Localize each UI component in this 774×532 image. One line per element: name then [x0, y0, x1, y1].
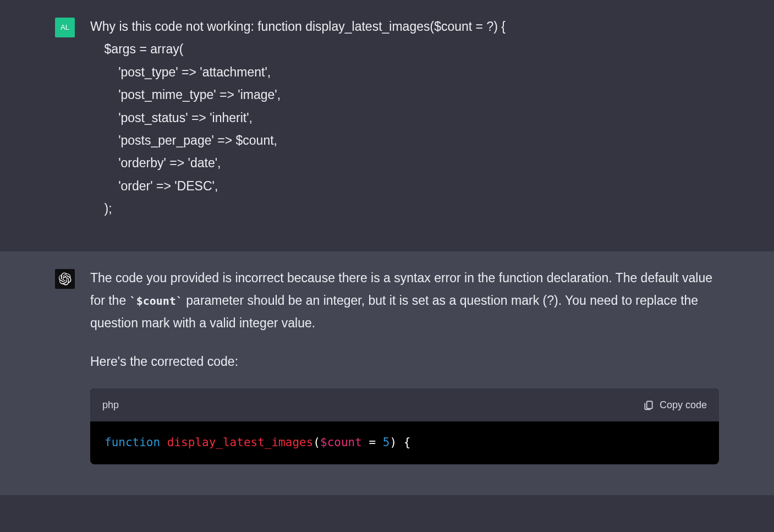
user-avatar-initials: AL — [61, 21, 69, 34]
clipboard-icon — [643, 399, 654, 410]
inline-code: `$count` — [130, 294, 183, 308]
code-token-operator: = — [362, 436, 383, 449]
assistant-message-body: The code you provided is incorrect becau… — [90, 267, 719, 465]
code-token-variable: $count — [320, 436, 362, 449]
code-block-body: function display_latest_images($count = … — [90, 421, 719, 464]
user-message-text: Why is this code not working: function d… — [90, 15, 719, 221]
assistant-paragraph-1: The code you provided is incorrect becau… — [90, 267, 719, 335]
code-language-label: php — [102, 396, 119, 414]
openai-logo-icon — [58, 272, 72, 286]
user-message: AL Why is this code not working: functio… — [0, 0, 774, 251]
code-token-punct: ( — [313, 436, 320, 449]
assistant-message: The code you provided is incorrect becau… — [0, 251, 774, 496]
copy-code-button[interactable]: Copy code — [643, 396, 707, 414]
code-token-punct: ) — [389, 436, 397, 449]
user-avatar: AL — [55, 18, 75, 37]
code-block-header: php Copy code — [90, 388, 719, 421]
code-token-function: display_latest_images — [167, 436, 314, 449]
code-block: php Copy code function display_latest_im… — [90, 388, 719, 464]
svg-rect-0 — [647, 402, 652, 409]
code-token-keyword: function — [105, 436, 160, 449]
user-message-body: Why is this code not working: function d… — [90, 15, 719, 221]
code-token-punct: { — [397, 436, 410, 449]
assistant-paragraph-2: Here's the corrected code: — [90, 350, 719, 373]
copy-code-label: Copy code — [660, 396, 707, 414]
assistant-avatar — [55, 269, 75, 289]
code-token-number: 5 — [383, 436, 390, 449]
